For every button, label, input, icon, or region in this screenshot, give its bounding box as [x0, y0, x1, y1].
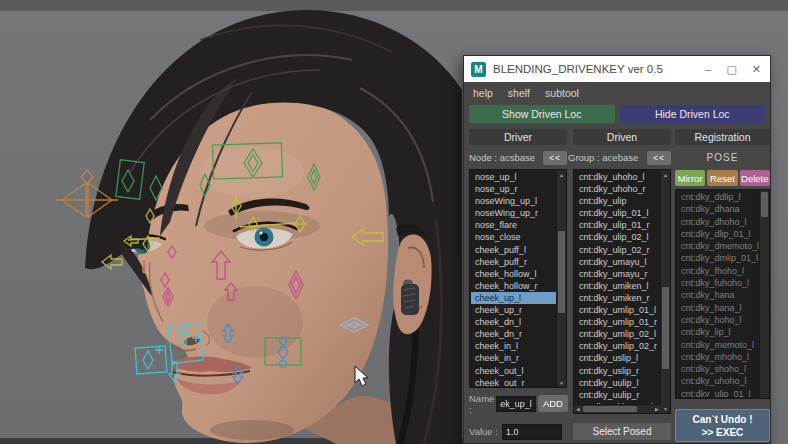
name-input[interactable]: ek_up_l: [496, 396, 536, 412]
menu-item[interactable]: shelf: [508, 87, 530, 99]
registration-list-item[interactable]: cnt:dky_hana: [677, 289, 759, 301]
value-input[interactable]: 1.0: [502, 424, 562, 440]
driven-list-item[interactable]: cnt:dky_uhoho_l: [575, 171, 660, 183]
driver-list-item[interactable]: cheek_in_l: [471, 340, 556, 352]
driver-list-item[interactable]: cheek_in_r: [471, 352, 556, 364]
driver-list-item[interactable]: cheek_hollow_r: [471, 280, 556, 292]
driver-list-item[interactable]: nose_up_l: [471, 171, 556, 183]
registration-list[interactable]: cnt:dky_ddlip_lcnt:dky_dhanacnt:dky_dhoh…: [677, 191, 759, 397]
driver-list-item[interactable]: cheek_dn_l: [471, 316, 556, 328]
reset-button[interactable]: Reset: [707, 170, 737, 186]
driver-list-item[interactable]: noseWing_up_l: [471, 195, 556, 207]
driver-list-item[interactable]: cheek_hollow_l: [471, 268, 556, 280]
registration-list-item[interactable]: cnt:dky_dhoho_l: [677, 216, 759, 228]
scroll-right-icon[interactable]: ▶: [653, 405, 661, 413]
scroll-up-icon[interactable]: ▲: [661, 170, 670, 179]
driven-list-item[interactable]: cnt:dky_ulip_01_r: [575, 219, 660, 231]
window-title: BLENDING_DRIVENKEY ver 0.5: [493, 63, 663, 75]
registration-list-item[interactable]: cnt:dky_memoto_l: [677, 339, 759, 351]
maximize-icon[interactable]: ▢: [726, 64, 736, 75]
driven-listwrap: cnt:dky_uhoho_lcnt:dky_uhoho_rcnt:dky_ul…: [573, 169, 671, 414]
driver-list-item[interactable]: nose_up_r: [471, 183, 556, 195]
scroll-left-icon[interactable]: ◀: [574, 405, 582, 413]
registration-list-item[interactable]: cnt:dky_dhana: [677, 203, 759, 215]
driver-collapse-button[interactable]: <<: [543, 151, 567, 165]
delete-button[interactable]: Delete: [740, 170, 770, 186]
driver-listwrap: nose_up_lnose_up_rnoseWing_up_lnoseWing_…: [469, 169, 567, 388]
mirror-button[interactable]: Mirror: [675, 170, 705, 186]
driven-list-item[interactable]: cnt:dky_umlip_01_r: [575, 316, 660, 328]
driver-list-item[interactable]: cheek_out_r: [471, 377, 556, 386]
registration-list-item[interactable]: cnt:dky_hoho_l: [677, 314, 759, 326]
menu-item[interactable]: help: [473, 87, 493, 99]
scroll-thumb[interactable]: [558, 231, 565, 313]
titlebar[interactable]: M BLENDING_DRIVENKEY ver 0.5 – ▢ ✕: [464, 56, 770, 82]
driven-list-item[interactable]: cnt:dky_uslip_l: [575, 352, 660, 364]
driver-header[interactable]: Driver: [469, 129, 567, 145]
driver-list-item[interactable]: nose_close: [471, 231, 556, 243]
menu-item[interactable]: subtool: [545, 87, 579, 99]
registration-list-item[interactable]: cnt:dky_mhoho_l: [677, 351, 759, 363]
show-driven-loc-button[interactable]: Show Driven Loc: [469, 105, 615, 123]
registration-list-item[interactable]: cnt:dky_fhoho_l: [677, 265, 759, 277]
driver-list-item[interactable]: cheek_puff_r: [471, 256, 556, 268]
driven-list-item[interactable]: cnt:dky_umlip_01_l: [575, 304, 660, 316]
minimize-icon[interactable]: –: [705, 64, 711, 75]
driven-collapse-button[interactable]: <<: [647, 151, 671, 165]
forehead-highlight: [200, 146, 304, 198]
select-posed-button[interactable]: Select Posed: [573, 423, 671, 440]
name-label: Name :: [469, 393, 494, 415]
scroll-thumb[interactable]: [583, 406, 637, 412]
top-letterbox-strip: [0, 0, 788, 11]
registration-list-item[interactable]: cnt:dky_lip_l: [677, 326, 759, 338]
registration-scrollbar[interactable]: [759, 190, 769, 398]
driver-list-item[interactable]: cheek_dn_r: [471, 328, 556, 340]
registration-list-item[interactable]: cnt:dky_dlip_01_l: [677, 228, 759, 240]
driven-list-item[interactable]: cnt:dky_uslip_r: [575, 365, 660, 377]
registration-header[interactable]: Registration: [675, 129, 770, 145]
add-button[interactable]: ADD: [538, 395, 568, 412]
driven-list-item[interactable]: cnt:dky_umlip_02_r: [575, 340, 660, 352]
registration-list-item[interactable]: cnt:dky_hana_l: [677, 302, 759, 314]
driver-scrollbar[interactable]: ▲ ▼: [556, 170, 566, 387]
driven-h-scrollbar[interactable]: ◀ ▶: [574, 404, 661, 413]
close-icon[interactable]: ✕: [752, 64, 761, 75]
driven-list-item[interactable]: cnt:dky_umlip_02_l: [575, 328, 660, 340]
registration-listwrap: cnt:dky_ddlip_lcnt:dky_dhanacnt:dky_dhoh…: [675, 189, 770, 399]
driver-list-item[interactable]: cheek_up_r: [471, 304, 556, 316]
registration-list-item[interactable]: cnt:dky_fuhoho_l: [677, 277, 759, 289]
exec-button[interactable]: Can`t Undo ! >> EXEC: [675, 409, 770, 442]
registration-list-item[interactable]: cnt:dky_uhoho_l: [677, 375, 759, 387]
driven-list-item[interactable]: cnt:dky_umiken_r: [575, 292, 660, 304]
driven-scrollbar[interactable]: ▲ ▼: [660, 170, 670, 413]
registration-list-item[interactable]: cnt:dky_dmemoto_l: [677, 240, 759, 252]
registration-list-item[interactable]: cnt:dky_shoho_l: [677, 363, 759, 375]
driven-list-item[interactable]: cnt:dky_umayu_r: [575, 268, 660, 280]
driven-list-item[interactable]: cnt:dky_uhoho_r: [575, 183, 660, 195]
driven-list[interactable]: cnt:dky_uhoho_lcnt:dky_uhoho_rcnt:dky_ul…: [575, 171, 660, 404]
driver-list-item[interactable]: noseWing_up_r: [471, 207, 556, 219]
registration-list-item[interactable]: cnt:dky_dmlip_01_l: [677, 252, 759, 264]
scroll-thumb[interactable]: [761, 192, 768, 217]
driven-list-item[interactable]: cnt:dky_ulip_02_r: [575, 244, 660, 256]
registration-list-item[interactable]: cnt:dky_ulip_01_l: [677, 388, 759, 397]
driven-list-item[interactable]: cnt:dky_ulip_01_l: [575, 207, 660, 219]
driven-header[interactable]: Driven: [573, 129, 671, 145]
driven-list-item[interactable]: cnt:dky_ulip_02_l: [575, 231, 660, 243]
driven-list-item[interactable]: cnt:dky_uulip_l: [575, 377, 660, 389]
driven-list-item[interactable]: cnt:dky_umayu_l: [575, 256, 660, 268]
scroll-thumb[interactable]: [662, 287, 669, 370]
driven-list-item[interactable]: cnt:dky_umiken_l: [575, 280, 660, 292]
hide-driven-loc-button[interactable]: Hide Driven Loc: [620, 105, 766, 123]
registration-list-item[interactable]: cnt:dky_ddlip_l: [677, 191, 759, 203]
driver-list-item[interactable]: cheek_out_l: [471, 365, 556, 377]
driver-list[interactable]: nose_up_lnose_up_rnoseWing_up_lnoseWing_…: [471, 171, 556, 386]
scroll-down-icon[interactable]: ▼: [661, 404, 670, 413]
scroll-down-icon[interactable]: ▼: [557, 378, 566, 387]
driven-list-item[interactable]: cnt:dky_ulip: [575, 195, 660, 207]
driver-list-item[interactable]: nose_flare: [471, 219, 556, 231]
driver-list-item[interactable]: cheek_up_l: [471, 292, 556, 304]
driver-list-item[interactable]: cheek_puff_l: [471, 244, 556, 256]
scroll-up-icon[interactable]: ▲: [557, 170, 566, 179]
driven-list-item[interactable]: cnt:dky_uulip_r: [575, 389, 660, 401]
